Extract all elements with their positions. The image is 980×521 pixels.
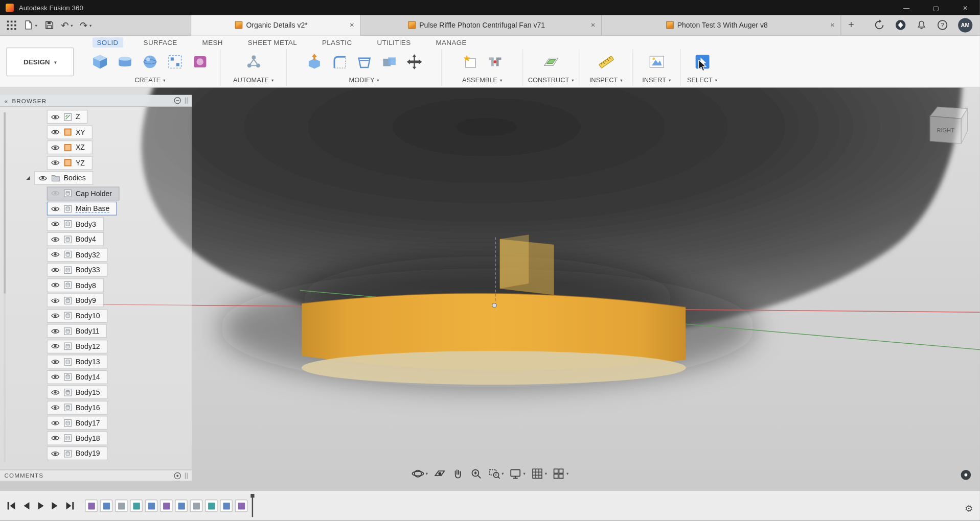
skip-to-start-icon[interactable] — [6, 501, 16, 511]
visibility-eye-icon[interactable] — [51, 129, 60, 135]
visibility-eye-icon[interactable] — [51, 312, 60, 319]
panel-grip[interactable] — [185, 98, 188, 104]
ribbon-tab-mesh[interactable]: MESH — [198, 37, 227, 48]
visibility-eye-icon[interactable] — [51, 389, 60, 395]
undo-button[interactable]: ↶ ▾ — [61, 20, 73, 30]
maximize-button[interactable]: ▢ — [921, 0, 950, 15]
fillet-icon[interactable] — [329, 52, 349, 72]
orbit-icon[interactable]: ▾ — [412, 467, 428, 480]
window-zoom-icon[interactable]: ▾ — [487, 467, 504, 480]
app-grid-icon[interactable] — [7, 20, 16, 30]
visibility-eye-icon[interactable] — [51, 358, 60, 365]
assemble-menu[interactable]: ASSEMBLE▾ — [462, 76, 502, 85]
modify-menu[interactable]: MODIFY▾ — [349, 76, 379, 85]
visibility-eye-icon[interactable] — [51, 450, 60, 457]
document-tab-photon-test-3-with-auger-v8[interactable]: Photon Test 3 With Auger v8✕ — [602, 15, 841, 35]
visibility-eye-icon[interactable] — [51, 235, 60, 242]
grid-icon[interactable]: ▾ — [531, 467, 547, 480]
display-settings-icon[interactable]: ▾ — [509, 467, 525, 480]
tab-close-icon[interactable]: ✕ — [590, 21, 596, 28]
visibility-eye-icon[interactable] — [51, 251, 60, 257]
user-avatar[interactable]: AM — [958, 18, 972, 32]
skip-to-end-icon[interactable] — [65, 501, 75, 511]
help-icon[interactable]: ? — [937, 19, 948, 31]
workspace-selector[interactable]: DESIGN ▾ — [6, 48, 74, 76]
collapse-panel-icon[interactable] — [174, 97, 181, 104]
timeline-feature-icon[interactable] — [100, 500, 112, 512]
select-menu[interactable]: SELECT▾ — [687, 76, 717, 85]
file-menu-button[interactable]: ▾ — [23, 20, 37, 30]
browser-item-body33[interactable]: Body33 — [47, 263, 108, 277]
redo-button[interactable]: ↷ ▾ — [80, 20, 92, 30]
browser-item-body10[interactable]: Body10 — [47, 309, 108, 323]
browser-item-xy[interactable]: XY — [47, 125, 93, 139]
visibility-eye-icon[interactable] — [51, 373, 60, 380]
assistant-icon[interactable] — [961, 469, 971, 480]
browser-item-cap-holder[interactable]: Cap Holder — [47, 186, 120, 200]
box-primitive-icon[interactable] — [90, 52, 110, 72]
visibility-eye-icon[interactable] — [51, 404, 60, 411]
visibility-eye-icon[interactable] — [51, 281, 60, 288]
visibility-eye-icon[interactable] — [51, 297, 60, 303]
timeline-feature-icon[interactable] — [130, 500, 142, 512]
timeline-feature-icon[interactable] — [190, 500, 202, 512]
visibility-eye-icon[interactable] — [38, 175, 48, 181]
browser-item-body14[interactable]: Body14 — [47, 370, 108, 384]
browser-item-body9[interactable]: Body9 — [47, 294, 104, 307]
close-button[interactable]: ✕ — [950, 0, 979, 15]
joint-icon[interactable] — [485, 52, 505, 72]
browser-item-body11[interactable]: Body11 — [47, 324, 107, 338]
browser-item-body18[interactable]: Body18 — [47, 431, 108, 445]
ribbon-tab-surface[interactable]: SURFACE — [139, 37, 181, 48]
browser-item-body19[interactable]: Body19 — [47, 446, 108, 460]
viewport-canvas[interactable]: RIGHT « BROWSER ZXYXZYZBodiesCap HolderM… — [0, 87, 980, 490]
browser-item-bodies[interactable]: Bodies — [34, 171, 93, 185]
inspect-menu[interactable]: INSPECT▾ — [589, 76, 623, 85]
visibility-eye-icon[interactable] — [51, 205, 60, 212]
browser-item-body4[interactable]: Body4 — [47, 232, 104, 246]
timeline-feature-icon[interactable] — [115, 500, 127, 512]
visibility-eye-icon[interactable] — [51, 419, 60, 426]
ribbon-tab-manage[interactable]: MANAGE — [431, 37, 471, 48]
browser-item-body3[interactable]: Body3 — [47, 217, 104, 231]
comments-panel[interactable]: COMMENTS — [0, 469, 192, 481]
canvas-icon[interactable] — [647, 52, 667, 72]
new-component-icon[interactable] — [460, 52, 480, 72]
ribbon-tab-solid[interactable]: SOLID — [93, 37, 123, 48]
visibility-eye-icon[interactable] — [51, 266, 60, 273]
play-icon[interactable] — [36, 501, 45, 511]
tab-close-icon[interactable]: ✕ — [349, 21, 354, 28]
browser-item-main-base[interactable]: Main Base — [47, 202, 117, 216]
timeline-feature-icon[interactable] — [160, 500, 172, 512]
notifications-bell-icon[interactable] — [916, 20, 927, 31]
browser-item-xz[interactable]: XZ — [47, 140, 93, 154]
shell-icon[interactable] — [354, 52, 374, 72]
browser-item-body12[interactable]: Body12 — [47, 339, 108, 353]
visibility-eye-off-icon[interactable] — [51, 190, 60, 197]
comments-toggle-icon[interactable] — [174, 472, 181, 480]
pan-hand-icon[interactable] — [451, 467, 464, 480]
insert-menu[interactable]: INSERT▾ — [642, 76, 671, 85]
visibility-eye-icon[interactable] — [51, 159, 60, 166]
browser-item-body15[interactable]: Body15 — [47, 385, 108, 399]
browser-item-body13[interactable]: Body13 — [47, 354, 108, 368]
settings-gear-icon[interactable]: ⚙ — [965, 503, 973, 514]
pattern-icon[interactable] — [165, 52, 185, 72]
expand-triangle-icon[interactable] — [26, 176, 30, 180]
ribbon-tab-sheet-metal[interactable]: SHEET METAL — [243, 37, 301, 48]
step-back-icon[interactable] — [22, 501, 31, 511]
combine-icon[interactable] — [379, 52, 399, 72]
automate-menu[interactable]: AUTOMATE▾ — [233, 76, 274, 85]
press-pull-icon[interactable] — [304, 52, 324, 72]
viewports-icon[interactable]: ▾ — [552, 467, 568, 480]
browser-item-z[interactable]: Z — [47, 110, 88, 124]
create-menu[interactable]: CREATE▾ — [134, 76, 165, 85]
timeline-feature-icon[interactable] — [85, 500, 97, 512]
visibility-eye-icon[interactable] — [51, 327, 60, 334]
look-at-icon[interactable] — [433, 467, 446, 480]
step-forward-icon[interactable] — [51, 501, 59, 511]
automate-icon[interactable] — [243, 52, 263, 72]
document-tab-pulse-riffle-photon-centrifugal-fan-v71[interactable]: Pulse Riffle Photon Centrifugal Fan v71✕ — [360, 15, 602, 35]
move-copy-icon[interactable] — [404, 52, 424, 72]
timeline-feature-icon[interactable] — [205, 500, 217, 512]
